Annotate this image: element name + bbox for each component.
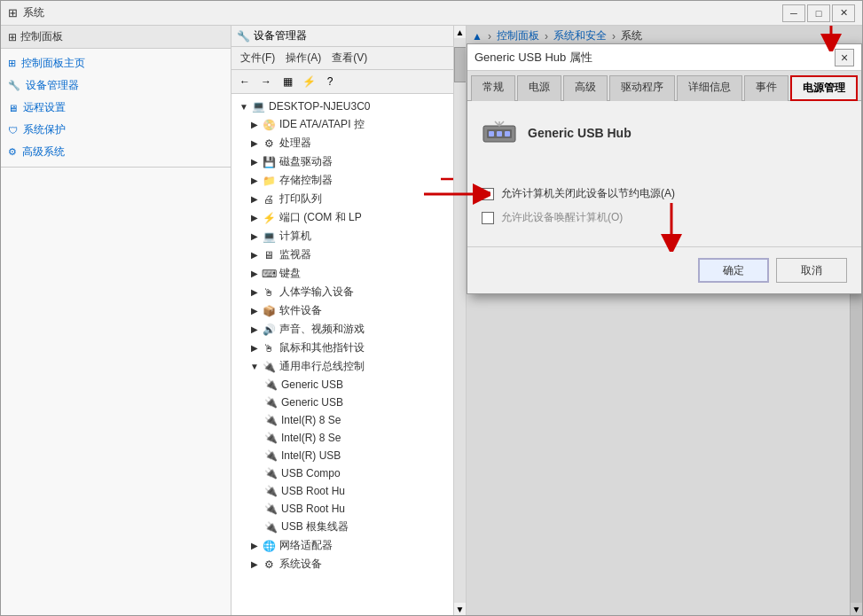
tree-usb1[interactable]: 🔌 Generic USB xyxy=(231,376,466,394)
svg-rect-8 xyxy=(505,131,510,136)
tab-driver-label: 驱动程序 xyxy=(621,81,663,93)
system-icon2: ⚙ xyxy=(262,558,276,572)
software-label: 软件设备 xyxy=(279,303,322,318)
sidebar-label-5: 高级系统 xyxy=(22,144,65,160)
tree-usb-root[interactable]: ▼ 🔌 通用串行总线控制 xyxy=(231,357,466,376)
titlebar-controls: ─ □ ✕ xyxy=(782,4,855,22)
tree-usbroot-cn[interactable]: 🔌 USB 根集线器 xyxy=(231,518,466,536)
port-icon: ⚡ xyxy=(262,211,276,225)
action-button[interactable]: ⚡ xyxy=(299,72,318,91)
maximize-button[interactable]: □ xyxy=(807,4,830,22)
tree-usbroot2[interactable]: 🔌 USB Root Hu xyxy=(231,500,466,518)
scroll-up-button[interactable]: ▲ xyxy=(454,26,467,38)
tree-storage[interactable]: ▶ 📁 存储控制器 xyxy=(231,171,466,190)
cancel-button[interactable]: 取消 xyxy=(776,258,847,283)
help-button[interactable]: ? xyxy=(320,72,340,91)
forward-button[interactable]: → xyxy=(256,72,276,91)
tree-software[interactable]: ▶ 📦 软件设备 xyxy=(231,301,466,320)
network-icon: 🌐 xyxy=(262,539,276,553)
tab-advanced[interactable]: 高级 xyxy=(563,75,608,101)
tree-usbroot1[interactable]: 🔌 USB Root Hu xyxy=(231,482,466,500)
scroll-down-button[interactable]: ▼ xyxy=(454,603,467,615)
tree-root[interactable]: ▼ 💻 DESKTOP-NJEU3C0 xyxy=(231,97,466,115)
tree-port[interactable]: ▶ ⚡ 端口 (COM 和 LP xyxy=(231,208,466,227)
tree-usb2[interactable]: 🔌 Generic USB xyxy=(231,394,466,411)
tree-cpu[interactable]: ▶ ⚙ 处理器 xyxy=(231,134,466,152)
back-button[interactable]: ← xyxy=(235,72,255,91)
view-button[interactable]: ▦ xyxy=(278,72,297,91)
checkbox-row-2: 允许此设备唤醒计算机(O) xyxy=(482,210,847,225)
dialog-title: Generic USB Hub 属性 xyxy=(475,50,592,66)
mouse-icon: 🖱 xyxy=(262,341,276,355)
dm-title: 设备管理器 xyxy=(254,28,307,43)
keyboard-expand: ▶ xyxy=(249,269,260,279)
tree-intel2[interactable]: 🔌 Intel(R) 8 Se xyxy=(231,429,466,447)
storage-expand: ▶ xyxy=(249,175,260,186)
checkbox-wakeup[interactable] xyxy=(482,212,494,224)
dialog-close-button[interactable]: × xyxy=(835,49,854,66)
keyboard-label: 键盘 xyxy=(279,266,301,281)
tree-monitor[interactable]: ▶ 🖥 监视器 xyxy=(231,246,466,264)
disk-expand: ▶ xyxy=(249,157,260,168)
tree-keyboard[interactable]: ▶ ⌨ 键盘 xyxy=(231,264,466,283)
tree-hid[interactable]: ▶ 🖱 人体学输入设备 xyxy=(231,283,466,301)
sound-expand: ▶ xyxy=(249,324,260,335)
tab-power-mgmt[interactable]: 电源管理 xyxy=(790,75,858,101)
tab-details-label: 详细信息 xyxy=(688,81,731,93)
dm-menu-file[interactable]: 文件(F) xyxy=(235,49,280,67)
network-expand: ▶ xyxy=(249,541,260,551)
system-icon: ⊞ xyxy=(8,6,18,19)
sidebar-item-2[interactable]: 🔧 设备管理器 xyxy=(8,76,224,95)
tree-print[interactable]: ▶ 🖨 打印队列 xyxy=(231,190,466,208)
tree-scrollbar[interactable]: ▲ ▼ xyxy=(453,26,466,615)
tab-driver[interactable]: 驱动程序 xyxy=(609,75,675,101)
hid-icon: 🖱 xyxy=(262,285,276,300)
sidebar-item-1[interactable]: ⊞ 控制面板主页 xyxy=(8,54,224,73)
checkbox-power-save[interactable] xyxy=(482,188,494,200)
disk-icon: 💾 xyxy=(262,155,276,169)
checkbox-row-1: 允许计算机关闭此设备以节约电源(A) xyxy=(482,186,847,201)
tree-network[interactable]: ▶ 🌐 网络适配器 xyxy=(231,536,466,555)
tree-usbcomp[interactable]: 🔌 USB Compo xyxy=(231,464,466,482)
sidebar-header: ⊞ 控制面板 xyxy=(1,26,231,49)
sidebar-nav-items: ⊞ 控制面板主页 🔧 设备管理器 🖥 远程设置 🛡 系统保护 ⚙ 高级 xyxy=(1,49,231,168)
intel2-label: Intel(R) 8 Se xyxy=(281,432,341,444)
tree-disk[interactable]: ▶ 💾 磁盘驱动器 xyxy=(231,152,466,171)
cpu-icon: ⚙ xyxy=(262,136,276,151)
sidebar-item-4[interactable]: 🛡 系统保护 xyxy=(8,121,224,139)
dm-menu-view[interactable]: 查看(V) xyxy=(326,49,373,67)
tab-power[interactable]: 电源 xyxy=(517,75,561,101)
tree-mouse[interactable]: ▶ 🖱 鼠标和其他指针设 xyxy=(231,339,466,357)
usbroot2-label: USB Root Hu xyxy=(281,503,345,515)
comp-icon: 💻 xyxy=(262,230,276,244)
sidebar-label-3: 远程设置 xyxy=(23,100,66,115)
tab-details[interactable]: 详细信息 xyxy=(677,75,742,101)
tab-general[interactable]: 常规 xyxy=(471,75,515,101)
modal-overlay: Generic USB Hub 属性 × 常规 电源 高级 xyxy=(467,26,862,615)
properties-dialog: Generic USB Hub 属性 × 常规 电源 高级 xyxy=(467,43,862,294)
ok-button[interactable]: 确定 xyxy=(698,258,769,283)
tree-intel1[interactable]: 🔌 Intel(R) 8 Se xyxy=(231,411,466,429)
close-button[interactable]: ✕ xyxy=(832,4,855,22)
device-tree: ▼ 💻 DESKTOP-NJEU3C0 ▶ 📀 IDE ATA/ATAPI 控 … xyxy=(231,94,466,615)
tab-events[interactable]: 事件 xyxy=(744,75,788,101)
tree-system[interactable]: ▶ ⚙ 系统设备 xyxy=(231,555,466,573)
tab-power-label: 电源 xyxy=(529,81,550,93)
sidebar-item-3[interactable]: 🖥 远程设置 xyxy=(8,98,224,117)
svg-rect-6 xyxy=(489,131,494,136)
tree-intel3[interactable]: 🔌 Intel(R) USB xyxy=(231,447,466,464)
sidebar-item-5[interactable]: ⚙ 高级系统 xyxy=(8,143,224,161)
minimize-button[interactable]: ─ xyxy=(782,4,805,22)
scroll-track[interactable] xyxy=(454,38,467,603)
ide-expand: ▶ xyxy=(249,120,260,130)
print-expand: ▶ xyxy=(249,194,260,205)
system-window: ⊞ 系统 ─ □ ✕ ⊞ 控制面板 ⊞ 控制面板主页 🔧 设备管理器 xyxy=(0,0,863,616)
device-manager-icon: 🔧 xyxy=(8,80,20,91)
tree-sound[interactable]: ▶ 🔊 声音、视频和游戏 xyxy=(231,320,466,339)
tree-ide[interactable]: ▶ 📀 IDE ATA/ATAPI 控 xyxy=(231,115,466,134)
intel3-icon: 🔌 xyxy=(263,448,278,463)
scroll-thumb[interactable] xyxy=(454,47,467,82)
dm-menu-action[interactable]: 操作(A) xyxy=(280,49,326,67)
intel3-label: Intel(R) USB xyxy=(281,449,341,462)
tree-computer[interactable]: ▶ 💻 计算机 xyxy=(231,227,466,246)
